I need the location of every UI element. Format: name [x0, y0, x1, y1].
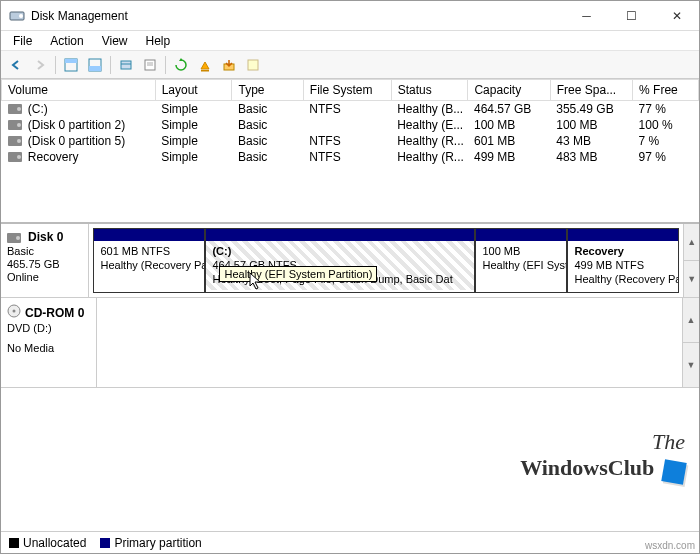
- cdrom-name: CD-ROM 0: [25, 306, 84, 320]
- disk-row-scroll[interactable]: ▲▼: [683, 224, 699, 297]
- table-header-row: VolumeLayoutTypeFile SystemStatusCapacit…: [2, 80, 699, 101]
- partition-name: Recovery: [574, 245, 672, 259]
- legend-unallocated: Unallocated: [9, 536, 86, 550]
- col--free[interactable]: % Free: [633, 80, 699, 101]
- view-bottom-icon[interactable]: [84, 54, 106, 76]
- col-capacity[interactable]: Capacity: [468, 80, 550, 101]
- watermark-line1: The: [652, 429, 685, 454]
- scroll-up-icon[interactable]: ▲: [683, 298, 699, 343]
- table-row[interactable]: (Disk 0 partition 5)SimpleBasicNTFSHealt…: [2, 133, 699, 149]
- menu-view[interactable]: View: [94, 32, 136, 50]
- partition-size: 499 MB NTFS: [574, 259, 672, 273]
- menu-help[interactable]: Help: [138, 32, 179, 50]
- volume-icon: [8, 136, 22, 146]
- window-title: Disk Management: [31, 9, 564, 23]
- svg-rect-11: [201, 70, 209, 72]
- cdrom-sub2: No Media: [7, 342, 90, 354]
- separator: [110, 56, 111, 74]
- forward-button[interactable]: [29, 54, 51, 76]
- col-layout[interactable]: Layout: [155, 80, 232, 101]
- svg-rect-6: [121, 61, 131, 69]
- volume-icon: [8, 120, 22, 130]
- refresh-icon[interactable]: [170, 54, 192, 76]
- legend-blue-icon: [100, 538, 110, 548]
- partition-header: [568, 229, 678, 241]
- table-row[interactable]: (Disk 0 partition 2)SimpleBasicHealthy (…: [2, 117, 699, 133]
- col-volume[interactable]: Volume: [2, 80, 156, 101]
- svg-point-15: [13, 310, 16, 313]
- cdrom-partition-area: [97, 298, 682, 387]
- cdrom-sub1: DVD (D:): [7, 322, 90, 334]
- disk-row-0: Disk 0 Basic 465.75 GB Online 601 MB NTF…: [1, 224, 699, 298]
- partition[interactable]: 100 MBHealthy (EFI System Partition): [475, 228, 567, 293]
- scroll-up-icon[interactable]: ▲: [684, 224, 699, 261]
- separator: [165, 56, 166, 74]
- disk-icon: [7, 233, 21, 243]
- partition-size: 601 MB NTFS: [100, 245, 198, 259]
- svg-rect-5: [89, 66, 101, 71]
- col-free-spa-[interactable]: Free Spa...: [550, 80, 632, 101]
- settings-icon[interactable]: [115, 54, 137, 76]
- col-type[interactable]: Type: [232, 80, 303, 101]
- partition-header: [476, 229, 566, 241]
- partition-status: Healthy (Recovery Par: [100, 259, 198, 273]
- cdrom-row-scroll[interactable]: ▲▼: [682, 298, 699, 387]
- help-icon[interactable]: [242, 54, 264, 76]
- partition[interactable]: Recovery499 MB NTFSHealthy (Recovery Pa: [567, 228, 679, 293]
- titlebar: Disk Management ─ ☐ ✕: [1, 1, 699, 31]
- table-row[interactable]: RecoverySimpleBasicNTFSHealthy (R...499 …: [2, 149, 699, 165]
- partition-area: 601 MB NTFSHealthy (Recovery Par(C:)464.…: [89, 224, 683, 297]
- toolbar: [1, 51, 699, 79]
- partition-size: 100 MB: [482, 245, 560, 259]
- window-buttons: ─ ☐ ✕: [564, 1, 699, 30]
- volume-list-pane: VolumeLayoutTypeFile SystemStatusCapacit…: [1, 79, 699, 224]
- menu-file[interactable]: File: [5, 32, 40, 50]
- watermark-logo-icon: [661, 459, 686, 484]
- graphical-pane: Disk 0 Basic 465.75 GB Online 601 MB NTF…: [1, 224, 699, 531]
- partition-header: [206, 229, 474, 241]
- properties-icon[interactable]: [139, 54, 161, 76]
- disk-0-name: Disk 0: [28, 230, 63, 244]
- view-top-icon[interactable]: [60, 54, 82, 76]
- partition-name: (C:): [212, 245, 468, 259]
- partition-header: [94, 229, 204, 241]
- svg-rect-3: [65, 59, 77, 63]
- disk-0-label[interactable]: Disk 0 Basic 465.75 GB Online: [1, 224, 89, 297]
- partition-status: Healthy (EFI System Partition): [482, 259, 560, 273]
- back-button[interactable]: [5, 54, 27, 76]
- scroll-down-icon[interactable]: ▼: [684, 261, 699, 297]
- partition[interactable]: (C:)464.57 GB NTFSHealthy (Boot, Page Fi…: [205, 228, 475, 293]
- volume-icon: [8, 104, 22, 114]
- col-file-system[interactable]: File System: [303, 80, 391, 101]
- maximize-button[interactable]: ☐: [609, 1, 654, 30]
- window: Disk Management ─ ☐ ✕ File Action View H…: [0, 0, 700, 554]
- action-icon[interactable]: [218, 54, 240, 76]
- disk-0-size: 465.75 GB: [7, 258, 82, 270]
- minimize-button[interactable]: ─: [564, 1, 609, 30]
- disk-0-type: Basic: [7, 245, 82, 257]
- menubar: File Action View Help: [1, 31, 699, 51]
- legend: Unallocated Primary partition: [1, 531, 699, 553]
- menu-action[interactable]: Action: [42, 32, 91, 50]
- app-icon: [9, 8, 25, 24]
- tooltip: Healthy (EFI System Partition): [219, 266, 377, 282]
- cdrom-icon: [7, 304, 21, 321]
- legend-black-icon: [9, 538, 19, 548]
- separator: [55, 56, 56, 74]
- eject-icon[interactable]: [194, 54, 216, 76]
- table-row[interactable]: (C:)SimpleBasicNTFSHealthy (B...464.57 G…: [2, 101, 699, 118]
- partition[interactable]: 601 MB NTFSHealthy (Recovery Par: [93, 228, 205, 293]
- partition-status: Healthy (Recovery Pa: [574, 273, 672, 287]
- svg-rect-13: [248, 60, 258, 70]
- watermark: The WindowsClub: [520, 429, 685, 483]
- volume-table: VolumeLayoutTypeFile SystemStatusCapacit…: [1, 79, 699, 165]
- disk-0-status: Online: [7, 271, 82, 283]
- volume-icon: [8, 152, 22, 162]
- cdrom-row: CD-ROM 0 DVD (D:) No Media ▲▼: [1, 298, 699, 388]
- col-status[interactable]: Status: [391, 80, 468, 101]
- close-button[interactable]: ✕: [654, 1, 699, 30]
- cdrom-label[interactable]: CD-ROM 0 DVD (D:) No Media: [1, 298, 97, 387]
- svg-point-1: [19, 14, 23, 18]
- scroll-down-icon[interactable]: ▼: [683, 343, 699, 387]
- content: VolumeLayoutTypeFile SystemStatusCapacit…: [1, 79, 699, 553]
